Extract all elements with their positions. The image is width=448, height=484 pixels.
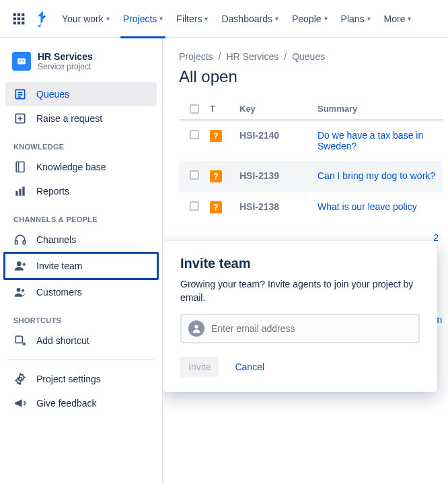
page-title: All open [179,67,443,86]
chevron-down-icon: ▾ [275,15,278,22]
column-summary[interactable]: Summary [318,104,443,114]
sidebar-item-label: Invite team [36,261,82,271]
table-row[interactable]: ? HSI-2138 What is our leave policy [179,192,443,223]
row-checkbox[interactable] [190,130,199,139]
issue-key[interactable]: HSI-2139 [239,170,318,181]
issue-summary[interactable]: Do we have a tax base in Sweden? [318,130,443,151]
nav-more[interactable]: More▾ [379,9,417,28]
sidebar-item-label: Customers [36,287,82,298]
svg-rect-9 [17,59,26,65]
column-key[interactable]: Key [239,104,318,114]
svg-rect-2 [22,13,24,15]
svg-rect-7 [17,22,20,24]
sidebar-item-label: Reports [36,186,69,197]
cancel-button[interactable]: Cancel [227,357,272,377]
svg-rect-3 [13,17,16,20]
modal-actions: Invite Cancel [180,357,420,377]
sidebar-item-label: Knowledge base [36,162,106,172]
sidebar-item-label: Raise a request [36,113,102,124]
nav-label: Dashboards [221,13,272,24]
modal-title: Invite team [180,256,420,271]
svg-rect-22 [19,189,21,196]
column-type[interactable]: T [210,104,239,114]
nav-projects[interactable]: Projects▾ [118,9,169,28]
issue-type-icon: ? [210,201,222,213]
issue-key[interactable]: HSI-2140 [239,130,318,141]
issue-summary[interactable]: Can I bring my dog to work? [318,170,443,181]
sidebar-item-channels[interactable]: Channels [5,228,157,252]
svg-point-11 [22,60,24,61]
nav-plans[interactable]: Plans▾ [336,9,376,28]
svg-rect-25 [23,241,25,244]
plus-box-icon [13,112,27,125]
project-title: HR Services [38,51,93,62]
svg-rect-4 [17,17,20,20]
nav-your-work[interactable]: Your work▾ [57,9,115,28]
row-checkbox[interactable] [190,170,199,180]
megaphone-icon [13,396,27,410]
nav-people[interactable]: People▾ [287,9,333,28]
sidebar-item-add-shortcut[interactable]: Add shortcut [5,329,157,353]
issue-key[interactable]: HSI-2138 [239,201,318,212]
email-field[interactable] [211,323,412,334]
svg-rect-24 [15,241,17,244]
breadcrumb-queues[interactable]: Queues [292,51,325,62]
invite-team-modal: Invite team Growing your team? Invite ag… [163,241,437,392]
section-channels-people: CHANNELS & PEOPLE [5,203,157,228]
project-avatar-icon [12,52,31,71]
nav-filters[interactable]: Filters▾ [171,9,213,28]
sidebar-item-label: Queues [36,89,69,100]
svg-point-29 [17,288,21,292]
breadcrumb-hr-services[interactable]: HR Services [226,51,278,62]
nav-label: More [384,13,406,24]
svg-point-30 [22,289,24,291]
sidebar-item-queues[interactable]: Queues [5,82,157,106]
invite-button[interactable]: Invite [180,357,219,377]
issue-type-icon: ? [210,130,222,142]
book-icon [13,160,27,174]
people-icon [13,285,27,299]
jira-logo-icon[interactable] [32,8,54,30]
queues-icon [13,88,27,101]
svg-rect-1 [17,13,20,15]
row-checkbox[interactable] [190,201,199,211]
main-content: Projects/ HR Services/ Queues All open T… [163,38,448,484]
sidebar-item-label: Channels [36,234,76,245]
email-input-wrapper[interactable] [180,314,420,343]
breadcrumb: Projects/ HR Services/ Queues [179,51,443,62]
svg-rect-23 [22,186,24,195]
sidebar-item-invite-team[interactable]: Invite team [3,252,159,280]
table-header-row: T Key Summary [179,100,443,120]
svg-rect-21 [15,191,17,196]
sidebar-item-knowledge-base[interactable]: Knowledge base [5,155,157,179]
sidebar-item-customers[interactable]: Customers [5,280,157,304]
table-row[interactable]: ? HSI-2140 Do we have a tax base in Swed… [179,120,443,161]
breadcrumb-projects[interactable]: Projects [179,51,213,62]
person-plus-icon [13,259,27,273]
sidebar-item-raise-request[interactable]: Raise a request [5,106,157,131]
svg-rect-19 [16,162,24,172]
chevron-down-icon: ▾ [408,15,411,22]
sidebar-item-label: Project settings [36,374,101,384]
issue-summary[interactable]: What is our leave policy [318,201,443,212]
sidebar-item-reports[interactable]: Reports [5,179,157,203]
svg-point-26 [17,261,22,266]
table-row[interactable]: ? HSI-2139 Can I bring my dog to work? [179,161,443,192]
top-nav: Your work▾ Projects▾ Filters▾ Dashboards… [0,0,448,38]
project-header: HR Services Service project [5,46,157,82]
section-knowledge: KNOWLEDGE [5,131,157,155]
chevron-down-icon: ▾ [324,15,328,22]
chevron-down-icon: ▾ [106,15,110,22]
sidebar-item-project-settings[interactable]: Project settings [5,367,157,391]
section-shortcuts: SHORTCUTS [5,304,157,329]
app-switcher-icon[interactable] [8,8,30,30]
issue-type-icon: ? [210,170,222,182]
nav-label: Filters [176,13,202,24]
nav-label: People [292,13,322,24]
select-all-checkbox[interactable] [190,104,199,114]
chart-icon [13,184,27,198]
nav-dashboards[interactable]: Dashboards▾ [216,9,284,28]
gear-icon [13,372,27,386]
chevron-down-icon: ▾ [367,15,371,22]
sidebar-item-give-feedback[interactable]: Give feedback [5,391,157,415]
